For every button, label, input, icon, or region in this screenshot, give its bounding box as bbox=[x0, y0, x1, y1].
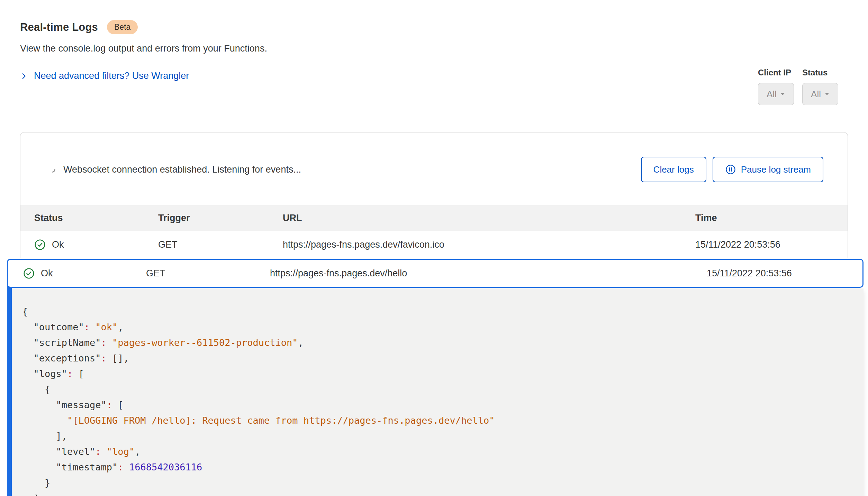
spinner-icon bbox=[48, 165, 56, 174]
websocket-status: Websocket connection established. Listen… bbox=[48, 164, 301, 175]
caret-down-icon bbox=[824, 92, 830, 96]
realtime-logs-page: Real-time Logs Beta View the console.log… bbox=[0, 20, 868, 496]
pause-log-stream-label: Pause log stream bbox=[741, 164, 811, 175]
column-header-trigger: Trigger bbox=[158, 213, 283, 223]
log-json-code: { "outcome": "ok", "scriptName": "pages-… bbox=[22, 304, 864, 496]
column-header-url: URL bbox=[283, 213, 695, 223]
column-header-status: Status bbox=[34, 213, 158, 223]
wrangler-link[interactable]: Need advanced filters? Use Wrangler bbox=[20, 71, 189, 81]
page-subtitle: View the console.log output and errors f… bbox=[20, 43, 848, 54]
row-url: https://pages-fns.pages.dev/hello bbox=[270, 268, 707, 279]
row-trigger: GET bbox=[158, 239, 283, 250]
websocket-status-text: Websocket connection established. Listen… bbox=[63, 164, 301, 175]
check-circle-icon bbox=[23, 268, 35, 279]
status-dropdown[interactable]: All bbox=[802, 83, 838, 105]
table-header: Status Trigger URL Time bbox=[20, 205, 848, 231]
row-status-text: Ok bbox=[52, 239, 64, 250]
row-url: https://pages-fns.pages.dev/favicon.ico bbox=[283, 239, 695, 250]
client-ip-value: All bbox=[767, 89, 777, 100]
status-filter: Status All bbox=[802, 68, 838, 105]
status-label: Status bbox=[802, 68, 828, 77]
expanded-table-row[interactable]: Ok GET https://pages-fns.pages.dev/hello… bbox=[7, 259, 864, 288]
row-status-text: Ok bbox=[41, 268, 53, 279]
row-time: 15/11/2022 20:53:56 bbox=[707, 268, 862, 279]
client-ip-filter: Client IP All bbox=[758, 68, 794, 105]
logs-toolbar: Websocket connection established. Listen… bbox=[20, 132, 848, 205]
caret-down-icon bbox=[780, 92, 785, 96]
log-detail-panel: { "outcome": "ok", "scriptName": "pages-… bbox=[12, 288, 864, 496]
row-time: 15/11/2022 20:53:56 bbox=[695, 239, 848, 250]
row-status-cell: Ok bbox=[23, 268, 146, 279]
clear-logs-label: Clear logs bbox=[653, 164, 694, 175]
clear-logs-button[interactable]: Clear logs bbox=[641, 157, 706, 182]
client-ip-label: Client IP bbox=[758, 68, 791, 77]
pause-log-stream-button[interactable]: Pause log stream bbox=[713, 157, 823, 182]
row-trigger: GET bbox=[146, 268, 270, 279]
chevron-right-icon bbox=[20, 72, 28, 80]
expanded-log-entry: Ok GET https://pages-fns.pages.dev/hello… bbox=[7, 259, 864, 496]
wrangler-link-label: Need advanced filters? Use Wrangler bbox=[34, 71, 189, 81]
page-header: Real-time Logs Beta bbox=[20, 20, 848, 34]
filter-row: Need advanced filters? Use Wrangler Clie… bbox=[20, 68, 848, 105]
page-title: Real-time Logs bbox=[20, 21, 98, 34]
row-status-cell: Ok bbox=[34, 239, 158, 250]
client-ip-dropdown[interactable]: All bbox=[758, 83, 794, 105]
logs-panel: Websocket connection established. Listen… bbox=[20, 132, 848, 258]
pause-icon bbox=[725, 164, 736, 175]
beta-badge: Beta bbox=[107, 20, 138, 34]
filters: Client IP All Status All bbox=[758, 68, 838, 105]
column-header-time: Time bbox=[695, 213, 848, 223]
check-circle-icon bbox=[34, 239, 46, 250]
toolbar-actions: Clear logs Pause log stream bbox=[641, 157, 823, 182]
status-value: All bbox=[811, 89, 821, 100]
table-row[interactable]: Ok GET https://pages-fns.pages.dev/favic… bbox=[20, 231, 848, 258]
